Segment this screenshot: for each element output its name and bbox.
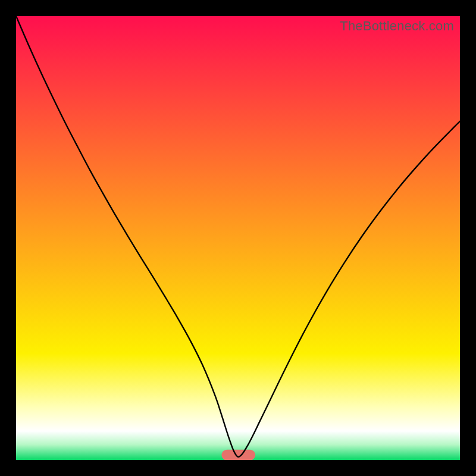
chart-background [16,16,460,460]
chart-svg [16,16,460,460]
watermark-text: TheBottleneck.com [340,18,454,34]
chart-frame: TheBottleneck.com [16,16,460,460]
minimum-marker [221,450,255,460]
